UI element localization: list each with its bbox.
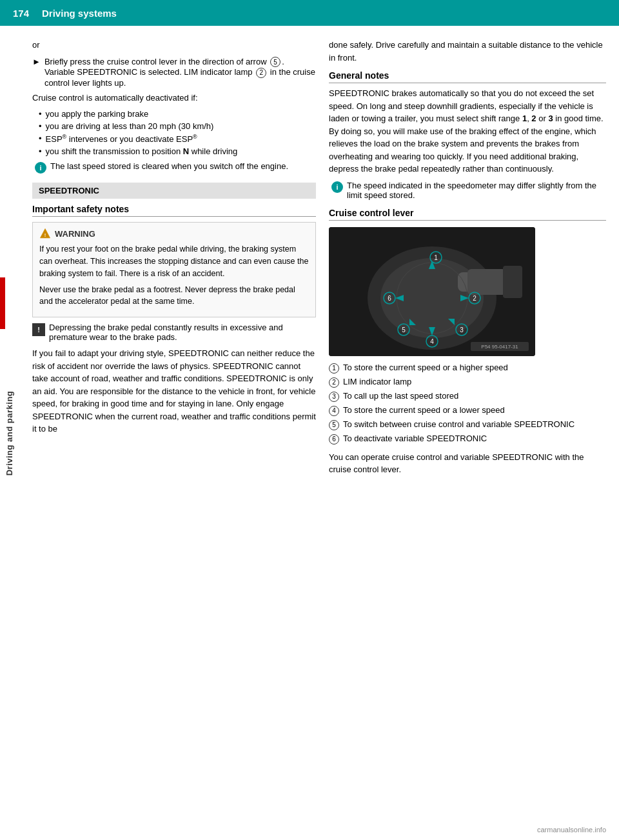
arrow-item-text: Briefly press the cruise control lever i… [44,57,316,88]
info-note-1: i The last speed stored is cleared when … [32,161,316,174]
logo-text: carmanualsonline.info [537,826,606,834]
circle-1: 1 [329,363,339,374]
info-icon: i [35,162,46,174]
circle-5: 5 [329,420,339,430]
info-note-right: i The speed indicated in the speedometer… [329,181,606,200]
svg-rect-6 [503,266,522,298]
circle-4: 4 [329,406,339,416]
general-notes-title: General notes [329,70,606,83]
warning-triangle-icon: ! [39,228,51,239]
continued-text: done safely. Drive carefully and maintai… [329,39,606,64]
circle-2: 2 [329,377,339,388]
speedtronic-header: SPEEDTRONIC [32,183,316,199]
lever-diagram-svg: 1 2 3 4 5 [329,227,535,356]
warning-para-2: Never use the brake pedal as a footrest.… [39,284,309,308]
arrow-item: ► Briefly press the cruise control lever… [32,57,316,88]
bullet-item-1: • you apply the parking brake [32,109,316,119]
numbered-item-3: 3 To call up the last speed stored [329,391,606,402]
bullet-item-3: • ESP® intervenes or you deactivate ESP® [32,134,316,144]
warning-title: ! WARNING [39,228,309,239]
numbered-item-5: 5 To switch between cruise control and v… [329,419,606,430]
numbered-item-6: 6 To deactivate variable SPEEDTRONIC [329,434,606,445]
svg-text:P54 95-0417-31: P54 95-0417-31 [481,344,518,350]
general-notes-text: SPEEDTRONIC brakes automatically so that… [329,87,606,175]
numbered-list: 1 To store the current speed or a higher… [329,363,606,445]
bullet-dot: • [39,121,42,131]
danger-block: ! Depressing the brake pedal constantly … [32,323,316,342]
bullet-item-2: • you are driving at less than 20 mph (3… [32,121,316,131]
warning-box: ! WARNING If you rest your foot on the b… [32,222,316,317]
or-label: or [32,39,316,52]
page-number: 174 [13,8,29,19]
header-bar: 174 Driving systems [0,0,619,26]
main-content: or ► Briefly press the cruise control le… [19,26,619,494]
lever-image: 1 2 3 4 5 [329,227,535,356]
bullet-3-text: ESP® intervenes or you deactivate ESP® [46,134,197,144]
info-icon-right: i [331,181,343,193]
body-text-left: If you fail to adapt your driving style,… [32,347,316,435]
danger-icon: ! [32,323,45,336]
page-title: Driving systems [42,8,117,19]
sidebar-marker [0,277,5,329]
logo-area: carmanualsonline.info [537,826,606,834]
bullet-item-4: • you shift the transmission to position… [32,146,316,156]
svg-text:6: 6 [388,295,391,302]
cruise-lever-title: Cruise control lever [329,208,606,221]
circle-6: 6 [329,434,339,445]
numbered-item-2: 2 LIM indicator lamp [329,377,606,388]
circle-2-inline: 2 [256,68,266,78]
bullet-dot: • [39,109,42,119]
svg-text:2: 2 [473,295,477,302]
safety-notes-title: Important safety notes [32,204,316,217]
svg-rect-5 [467,269,506,295]
numbered-item-4: 4 To store the current speed or a lower … [329,405,606,416]
left-column: or ► Briefly press the cruise control le… [32,39,316,481]
arrow-symbol: ► [32,57,41,88]
svg-text:5: 5 [402,326,406,334]
circle-5-inline: 5 [270,57,280,67]
bullet-dot: • [39,146,42,156]
svg-text:!: ! [44,232,46,238]
svg-text:4: 4 [430,338,434,345]
sidebar-label-text: Driving and parking [5,390,15,475]
sidebar-label: Driving and parking [0,26,19,840]
footer-text: You can operate cruise control and varia… [329,451,606,476]
deactivation-title: Cruise control is automatically deactiva… [32,92,316,105]
svg-text:3: 3 [460,326,464,334]
warning-para-1: If you rest your foot on the brake pedal… [39,243,309,279]
svg-text:1: 1 [434,254,438,261]
bullet-dot: • [39,134,42,144]
bullet-4-text: you shift the transmission to position N… [46,146,238,156]
circle-3: 3 [329,392,339,402]
right-column: done safely. Drive carefully and maintai… [329,39,606,481]
numbered-item-1: 1 To store the current speed or a higher… [329,363,606,374]
